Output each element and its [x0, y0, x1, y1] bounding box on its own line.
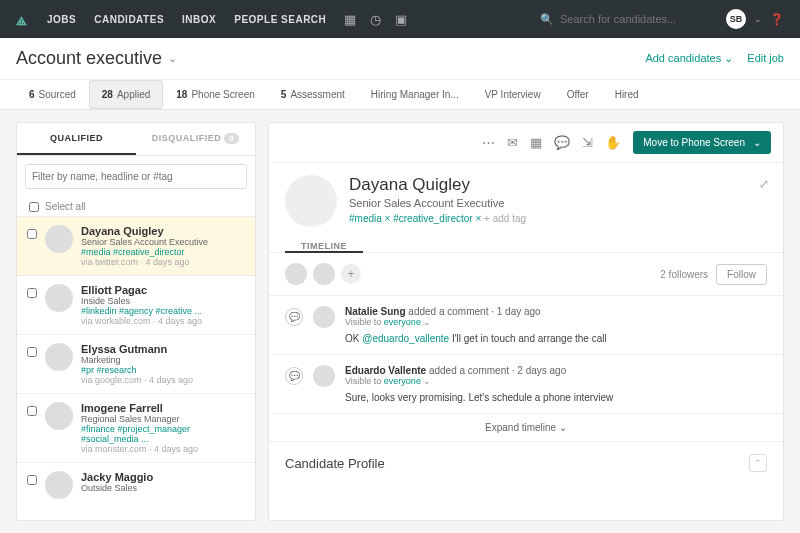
stage-assessment[interactable]: 5Assessment [268, 80, 358, 109]
stage-phone-screen[interactable]: 18Phone Screen [163, 80, 268, 109]
candidate-checkbox[interactable] [27, 229, 37, 239]
profile-avatar [285, 175, 337, 227]
tab-qualified[interactable]: QUALIFIED [17, 123, 136, 155]
section-title: Candidate Profile [285, 456, 385, 471]
select-all[interactable]: Select all [17, 197, 255, 216]
detail-toolbar: ⋯ ✉ ▦ 💬 ⇲ ✋ Move to Phone Screen⌄ [269, 123, 783, 163]
search-icon: 🔍 [540, 13, 554, 26]
timeline-avatar [313, 365, 335, 387]
candidate-title: Regional Sales Manager [81, 414, 245, 424]
header-actions: Add candidates ⌄ Edit job [645, 52, 784, 65]
follower-avatar[interactable] [313, 263, 335, 285]
stage-applied[interactable]: 28Applied [89, 80, 163, 109]
add-follower-button[interactable]: + [341, 264, 361, 284]
candidate-row[interactable]: Jacky MaggioOutside Sales [17, 462, 255, 507]
candidate-row[interactable]: Elyssa GutmannMarketing#pr #researchvia … [17, 334, 255, 393]
chevron-up-icon[interactable]: ⌃ [749, 454, 767, 472]
user-avatar[interactable]: SB [726, 9, 746, 29]
candidate-checkbox[interactable] [27, 406, 37, 416]
candidate-meta: via monster.com · 4 days ago [81, 444, 245, 454]
candidate-checkbox[interactable] [27, 288, 37, 298]
follow-button[interactable]: Follow [716, 264, 767, 285]
candidate-row[interactable]: Imogene FarrellRegional Sales Manager#fi… [17, 393, 255, 462]
add-candidates-button[interactable]: Add candidates ⌄ [645, 52, 733, 65]
stage-sourced[interactable]: 6Sourced [16, 80, 89, 109]
candidate-avatar [45, 343, 73, 371]
candidate-name: Dayana Quigley [81, 225, 245, 237]
candidate-name: Imogene Farrell [81, 402, 245, 414]
expand-timeline-button[interactable]: Expand timeline ⌄ [269, 413, 783, 441]
list-tabs: QUALIFIED DISQUALIFIED0 [17, 123, 255, 156]
candidate-tags: #finance #project_manager #social_media … [81, 424, 245, 444]
tab-disqualified[interactable]: DISQUALIFIED0 [136, 123, 255, 155]
candidate-checkbox[interactable] [27, 347, 37, 357]
profile-title: Senior Sales Account Executive [349, 197, 526, 209]
candidate-tags: #media #creative_director [81, 247, 245, 257]
page-title-text: Account executive [16, 48, 162, 69]
block-icon[interactable]: ✋ [605, 135, 621, 150]
candidate-title: Outside Sales [81, 483, 245, 493]
chevron-down-icon: ⌄ [753, 137, 761, 148]
candidate-meta: via google.com · 4 days ago [81, 375, 245, 385]
logo[interactable]: ⟁ [16, 9, 27, 30]
timeline-tab[interactable]: TIMELINE [285, 241, 363, 253]
candidate-avatar [45, 284, 73, 312]
calendar-icon[interactable]: ▦ [530, 135, 542, 150]
move-stage-button[interactable]: Move to Phone Screen⌄ [633, 131, 771, 154]
edit-job-button[interactable]: Edit job [747, 52, 784, 65]
candidate-meta: via workable.com · 4 days ago [81, 316, 245, 326]
timeline-avatar [313, 306, 335, 328]
candidate-checkbox[interactable] [27, 475, 37, 485]
candidate-name: Jacky Maggio [81, 471, 245, 483]
timeline-list: 💬Natalie Sung added a comment · 1 day ag… [269, 295, 783, 413]
select-all-checkbox[interactable] [29, 202, 39, 212]
nav-people-search[interactable]: PEOPLE SEARCH [234, 14, 326, 25]
candidate-profile-section[interactable]: Candidate Profile ⌃ [269, 441, 783, 484]
candidate-avatar [45, 225, 73, 253]
chevron-down-icon: ⌄ [168, 52, 177, 65]
chevron-down-icon[interactable]: ⌄ [754, 14, 762, 24]
comment-icon: 💬 [285, 367, 303, 385]
image-icon[interactable]: ▣ [395, 12, 407, 27]
top-search[interactable]: 🔍 [423, 13, 710, 26]
stage-hiring-manager-in-[interactable]: Hiring Manager In... [358, 80, 472, 109]
share-icon[interactable]: ⇲ [582, 135, 593, 150]
top-nav: ⟁ JOBS CANDIDATES INBOX PEOPLE SEARCH ▦ … [0, 0, 800, 38]
filter-input[interactable] [25, 164, 247, 189]
candidate-avatar [45, 402, 73, 430]
search-input[interactable] [560, 13, 710, 25]
page-title[interactable]: Account executive ⌄ [16, 48, 177, 69]
candidate-row[interactable]: Dayana QuigleySenior Sales Account Execu… [17, 216, 255, 275]
timeline-item: 💬Eduardo Vallente added a comment · 2 da… [269, 354, 783, 413]
pipeline-stages: 6Sourced28Applied18Phone Screen5Assessme… [0, 80, 800, 110]
comment-icon[interactable]: 💬 [554, 135, 570, 150]
candidate-title: Inside Sales [81, 296, 245, 306]
calendar-icon[interactable]: ▦ [344, 12, 356, 27]
follower-avatar[interactable] [285, 263, 307, 285]
stage-offer[interactable]: Offer [554, 80, 602, 109]
candidate-name: Elliott Pagac [81, 284, 245, 296]
expand-icon[interactable]: ⤢ [759, 177, 769, 191]
profile-name: Dayana Quigley [349, 175, 526, 195]
candidate-list-panel: QUALIFIED DISQUALIFIED0 Select all Dayan… [16, 122, 256, 521]
candidate-avatar [45, 471, 73, 499]
candidate-detail-panel: ⋯ ✉ ▦ 💬 ⇲ ✋ Move to Phone Screen⌄ Dayana… [268, 122, 784, 521]
candidate-name: Elyssa Gutmann [81, 343, 245, 355]
candidate-row[interactable]: Elliott PagacInside Sales#linkedin #agen… [17, 275, 255, 334]
profile-tags[interactable]: #media × #creative_director × + add tag [349, 213, 526, 224]
candidate-meta: via twitter.com · 4 days ago [81, 257, 245, 267]
help-icon[interactable]: ❓ [770, 13, 784, 26]
profile-header: Dayana Quigley Senior Sales Account Exec… [269, 163, 783, 239]
stage-hired[interactable]: Hired [602, 80, 652, 109]
more-icon[interactable]: ⋯ [482, 135, 495, 150]
followers-count: 2 followers [660, 269, 708, 280]
nav-candidates[interactable]: CANDIDATES [94, 14, 164, 25]
mail-icon[interactable]: ✉ [507, 135, 518, 150]
candidate-tags: #linkedin #agency #creative ... [81, 306, 245, 316]
add-tag-button[interactable]: + add tag [484, 213, 526, 224]
stage-vp-interview[interactable]: VP Interview [472, 80, 554, 109]
candidate-title: Senior Sales Account Executive [81, 237, 245, 247]
clock-icon[interactable]: ◷ [370, 12, 381, 27]
nav-jobs[interactable]: JOBS [47, 14, 76, 25]
nav-inbox[interactable]: INBOX [182, 14, 216, 25]
